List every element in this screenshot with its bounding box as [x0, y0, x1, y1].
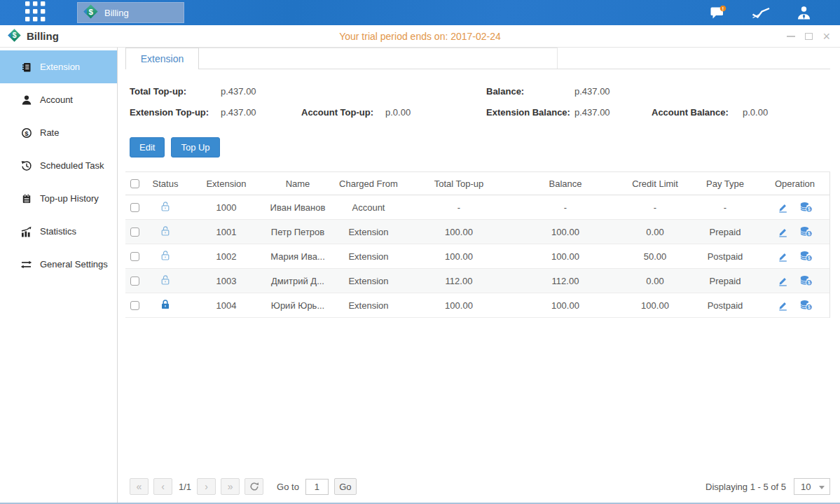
person-icon — [20, 94, 32, 106]
topbar-tab-label: Billing — [104, 8, 129, 18]
window-controls: × — [787, 32, 830, 41]
sidebar-item-label: Scheduled Task — [40, 160, 104, 171]
cell-balance: 100.00 — [511, 251, 620, 262]
dollar-circle-icon: $ — [20, 127, 32, 139]
go-button[interactable]: Go — [334, 478, 357, 495]
cell-total-topup: - — [407, 202, 511, 213]
cell-name: Мария Ива... — [266, 251, 330, 262]
sidebar-item-rate[interactable]: $ Rate — [0, 116, 117, 149]
row-checkbox[interactable] — [130, 301, 139, 310]
balance-label: Balance: — [486, 86, 574, 97]
top-bar: $ Billing ! — [0, 0, 840, 25]
cell-extension: 1000 — [187, 202, 266, 213]
row-checkbox[interactable] — [130, 203, 139, 212]
top-up-row-icon[interactable]: $ — [799, 226, 813, 237]
account-balance-label: Account Balance: — [652, 107, 743, 118]
cell-total-topup: 112.00 — [407, 276, 511, 286]
sidebar-item-label: General Settings — [40, 259, 108, 270]
column-header-extension: Extension — [187, 178, 266, 189]
edit-row-icon[interactable] — [778, 202, 788, 213]
cell-pay-type: Postpaid — [690, 251, 760, 262]
row-checkbox[interactable] — [130, 227, 139, 237]
messages-icon[interactable]: ! — [710, 6, 727, 20]
extension-table: Status Extension Name Charged From Total… — [125, 172, 830, 318]
cell-credit-limit: 0.00 — [620, 227, 690, 237]
window-titlebar: $ Billing Your trial period ends on: 201… — [0, 25, 840, 48]
page-size-value: 10 — [801, 482, 811, 492]
grid-icon — [25, 1, 46, 24]
sidebar-item-extension[interactable]: Extension — [0, 50, 117, 83]
cell-name: Петр Петров — [266, 227, 330, 237]
top-up-button[interactable]: Top Up — [171, 137, 219, 158]
select-all-checkbox[interactable] — [130, 179, 139, 188]
close-icon[interactable]: × — [822, 32, 830, 41]
cell-extension: 1003 — [187, 276, 266, 286]
page-size-select[interactable]: 10 — [794, 478, 830, 495]
sidebar-item-scheduled-task[interactable]: Scheduled Task — [0, 149, 117, 182]
svg-text:$: $ — [808, 255, 811, 261]
maximize-icon[interactable] — [805, 33, 813, 40]
table-row: 1001 Петр Петров Extension 100.00 100.00… — [125, 220, 829, 244]
window-title-group: $ Billing — [7, 28, 59, 45]
displaying-text: Displaying 1 - 5 of 5 — [705, 482, 786, 492]
edit-row-icon[interactable] — [778, 227, 788, 237]
page-indicator: 1/1 — [179, 482, 191, 492]
total-topup-label: Total Top-up: — [130, 86, 221, 97]
cell-credit-limit: - — [620, 202, 690, 213]
top-up-row-icon[interactable]: $ — [799, 300, 813, 311]
cell-name: Иван Иванов — [266, 202, 330, 213]
cell-total-topup: 100.00 — [407, 251, 511, 262]
app-launcher-button[interactable] — [24, 2, 46, 23]
history-clock-icon — [20, 160, 32, 172]
ledger-icon — [20, 62, 32, 73]
user-icon[interactable] — [796, 6, 812, 20]
cell-credit-limit: 50.00 — [620, 251, 690, 262]
goto-label: Go to — [277, 482, 299, 492]
prev-page-button[interactable]: ‹ — [153, 478, 172, 495]
svg-text:$: $ — [808, 231, 811, 237]
billing-app-window: $ Billing ! — [0, 0, 840, 504]
first-page-button[interactable]: « — [130, 478, 149, 495]
tab-extension[interactable]: Extension — [125, 48, 199, 69]
extension-balance-value: p.437.00 — [574, 107, 652, 118]
extension-balance-label: Extension Balance: — [486, 107, 574, 118]
top-up-row-icon[interactable]: $ — [799, 275, 813, 286]
table-row: 1000 Иван Иванов Account - - - - $ — [125, 195, 829, 220]
goto-page-input[interactable] — [305, 479, 329, 495]
top-up-row-icon[interactable]: $ — [799, 251, 813, 262]
cell-extension: 1002 — [187, 251, 266, 262]
refresh-button[interactable] — [245, 478, 263, 495]
sidebar-item-statistics[interactable]: Statistics — [0, 215, 117, 248]
cell-total-topup: 100.00 — [407, 300, 511, 311]
sidebar-item-label: Statistics — [40, 226, 76, 237]
transfer-arrows-icon — [20, 259, 32, 270]
row-checkbox[interactable] — [130, 252, 139, 261]
row-checkbox[interactable] — [130, 276, 139, 286]
sidebar-item-topup-history[interactable]: Top-up History — [0, 182, 117, 215]
table-row: 1002 Мария Ива... Extension 100.00 100.0… — [125, 244, 829, 269]
minimize-icon[interactable] — [787, 36, 795, 37]
sidebar-item-general-settings[interactable]: General Settings — [0, 248, 117, 281]
cell-total-topup: 100.00 — [407, 227, 511, 237]
svg-text:$: $ — [88, 8, 93, 16]
trial-notice: Your trial period ends on: 2017-02-24 — [0, 31, 840, 42]
edit-row-icon[interactable] — [778, 300, 788, 311]
column-header-status: Status — [144, 178, 187, 189]
last-page-button[interactable]: » — [221, 478, 240, 495]
column-header-balance: Balance — [511, 178, 620, 189]
cell-credit-limit: 100.00 — [620, 300, 690, 311]
cell-extension: 1001 — [187, 227, 266, 237]
monitor-icon[interactable] — [752, 7, 771, 19]
balance-value: p.437.00 — [574, 86, 610, 97]
notebook-icon — [20, 193, 32, 204]
sidebar-item-label: Extension — [40, 62, 80, 72]
top-up-row-icon[interactable]: $ — [799, 202, 813, 213]
svg-text:$: $ — [13, 31, 17, 39]
edit-row-icon[interactable] — [778, 251, 788, 262]
tab-strip-filler — [199, 48, 558, 69]
edit-row-icon[interactable] — [778, 276, 788, 286]
topbar-tab-billing[interactable]: $ Billing — [77, 2, 184, 23]
next-page-button[interactable]: › — [197, 478, 216, 495]
sidebar-item-account[interactable]: Account — [0, 83, 117, 116]
edit-button[interactable]: Edit — [130, 137, 165, 158]
